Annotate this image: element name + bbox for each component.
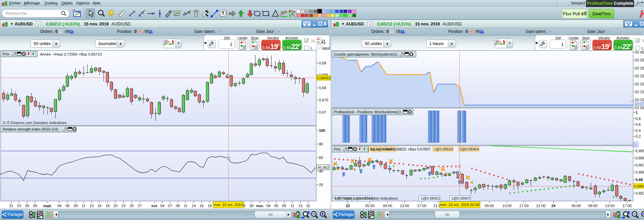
svg-text:0,684: 0,684 bbox=[634, 184, 644, 188]
svg-text:21:00: 21:00 bbox=[536, 204, 546, 208]
svg-text:0,688: 0,688 bbox=[636, 156, 644, 160]
svg-text:11: 11 bbox=[290, 204, 294, 208]
svg-text:22: 22 bbox=[346, 204, 350, 208]
svg-text:0,68: 0,68 bbox=[319, 86, 326, 90]
svg-text:26: 26 bbox=[25, 204, 29, 208]
svg-text:17:00: 17:00 bbox=[417, 204, 427, 208]
svg-text:0,8: 0,8 bbox=[636, 117, 641, 121]
svg-text:24: 24 bbox=[551, 204, 556, 208]
svg-text:100: 100 bbox=[319, 128, 325, 133]
svg-text:Courbe gains&pertes: MonSystèm: Courbe gains&pertes: MonSystème(1) bbox=[334, 52, 397, 56]
svg-text:08: 08 bbox=[282, 204, 286, 208]
svg-text:0,6: 0,6 bbox=[636, 122, 641, 126]
svg-text:05:00: 05:00 bbox=[365, 204, 375, 208]
svg-text:04: 04 bbox=[266, 204, 270, 208]
svg-text:13: 13 bbox=[90, 204, 94, 208]
svg-text:oct.: oct. bbox=[151, 204, 158, 208]
svg-text:1@0,68464: 1@0,68464 bbox=[459, 147, 479, 151]
svg-text:17:00: 17:00 bbox=[519, 204, 529, 208]
svg-text:1@0,68661: 1@0,68661 bbox=[421, 196, 440, 200]
svg-text:1@0,68607: 1@0,68607 bbox=[451, 196, 471, 200]
svg-text:10 35: 10 35 bbox=[635, 58, 644, 62]
svg-text:13:00: 13:00 bbox=[400, 204, 409, 208]
svg-text:05:00: 05:00 bbox=[571, 204, 581, 208]
svg-text:sept.: sept. bbox=[43, 204, 52, 208]
svg-text:0,2: 0,2 bbox=[636, 134, 641, 138]
svg-text:0,68: 0,68 bbox=[636, 178, 643, 182]
svg-text:10 15: 10 15 bbox=[635, 90, 644, 94]
svg-text:1@0,68593: 1@0,68593 bbox=[434, 147, 453, 151]
svg-text:0: 0 bbox=[634, 143, 637, 147]
svg-text:0,686: 0,686 bbox=[636, 170, 644, 174]
svg-text:0,683: 0,683 bbox=[636, 191, 644, 195]
svg-text:0,689: 0,689 bbox=[636, 149, 644, 153]
svg-text:0,69: 0,69 bbox=[319, 61, 326, 65]
svg-text:0,68410: 0,68410 bbox=[317, 76, 331, 80]
svg-text:1 heure :+Haut 0,68822 +Bas 0,: 1 heure :+Haut 0,68822 +Bas 0,67807 bbox=[367, 147, 431, 151]
svg-text:30: 30 bbox=[249, 204, 253, 208]
svg-text:© IT-Finance.com Données indic: © IT-Finance.com Données indicatives bbox=[334, 196, 398, 200]
svg-text:Année :+Haut 0,72955 +Bas 0,66: Année :+Haut 0,72955 +Bas 0,66710 bbox=[40, 52, 102, 56]
svg-text:09:00: 09:00 bbox=[383, 204, 392, 208]
svg-text:04: 04 bbox=[160, 204, 164, 208]
svg-text:09:00: 09:00 bbox=[485, 204, 494, 208]
svg-text:10 20: 10 20 bbox=[635, 82, 644, 86]
svg-text:nov.: nov. bbox=[256, 204, 264, 208]
svg-text:09:00: 09:00 bbox=[588, 204, 598, 208]
svg-text:06: 06 bbox=[274, 204, 278, 208]
svg-text:21: 21 bbox=[9, 204, 13, 208]
svg-text:13: 13 bbox=[298, 204, 302, 208]
svg-text:80: 80 bbox=[319, 142, 323, 146]
svg-text:0,687: 0,687 bbox=[636, 163, 644, 167]
svg-text:Prix: Prix bbox=[3, 52, 9, 56]
svg-text:16: 16 bbox=[200, 204, 204, 208]
svg-text:13:00: 13:00 bbox=[605, 204, 614, 208]
svg-text:09: 09 bbox=[74, 204, 78, 208]
svg-text:11: 11 bbox=[81, 204, 85, 208]
svg-text:28: 28 bbox=[33, 204, 37, 208]
svg-text:10 25: 10 25 bbox=[635, 74, 644, 78]
svg-text:10 30: 10 30 bbox=[635, 66, 644, 70]
svg-text:18: 18 bbox=[106, 204, 110, 208]
svg-text:0,4: 0,4 bbox=[636, 128, 641, 133]
svg-text:25: 25 bbox=[130, 204, 134, 208]
svg-text:1: 1 bbox=[636, 111, 638, 115]
svg-text:Relative strength index (RSI): Relative strength index (RSI) (14) bbox=[3, 127, 58, 131]
svg-text:0,67: 0,67 bbox=[319, 110, 326, 114]
svg-text:09: 09 bbox=[176, 204, 180, 208]
svg-text:13:00: 13:00 bbox=[502, 204, 512, 208]
svg-text:© IT-Finance.com Données indic: © IT-Finance.com Données indicatives bbox=[3, 121, 67, 125]
svg-text:45,862: 45,862 bbox=[318, 165, 329, 169]
svg-text:17:00: 17:00 bbox=[622, 204, 632, 208]
svg-text:20: 20 bbox=[319, 183, 323, 187]
svg-text:0,675: 0,675 bbox=[319, 98, 328, 102]
svg-text:ProBacktest - Positions: MonSy: ProBacktest - Positions: MonSystème(1) bbox=[334, 110, 401, 114]
svg-text:60: 60 bbox=[319, 156, 323, 160]
svg-text:15: 15 bbox=[306, 204, 310, 208]
svg-text:27: 27 bbox=[138, 204, 142, 208]
svg-text:23: 23 bbox=[121, 204, 126, 208]
svg-text:10 40: 10 40 bbox=[635, 50, 644, 54]
svg-text:18: 18 bbox=[208, 204, 212, 208]
svg-text:mer. 23 oct. 2019: mer. 23 oct. 2019 bbox=[214, 203, 243, 207]
svg-text:16: 16 bbox=[97, 204, 101, 208]
svg-text:mer. 23 oct. 2019 02:00: mer. 23 oct. 2019 02:00 bbox=[440, 203, 479, 207]
svg-text:06: 06 bbox=[65, 204, 70, 208]
svg-text:14: 14 bbox=[192, 204, 196, 208]
svg-text:Prix: Prix bbox=[334, 147, 340, 151]
svg-text:23: 23 bbox=[17, 204, 21, 208]
svg-text:07: 07 bbox=[168, 204, 172, 208]
svg-text:10 07: 10 07 bbox=[634, 101, 644, 105]
svg-text:11: 11 bbox=[184, 204, 187, 208]
svg-text:04: 04 bbox=[57, 204, 61, 208]
svg-text:20: 20 bbox=[113, 204, 117, 208]
svg-text:10 05: 10 05 bbox=[635, 106, 644, 110]
